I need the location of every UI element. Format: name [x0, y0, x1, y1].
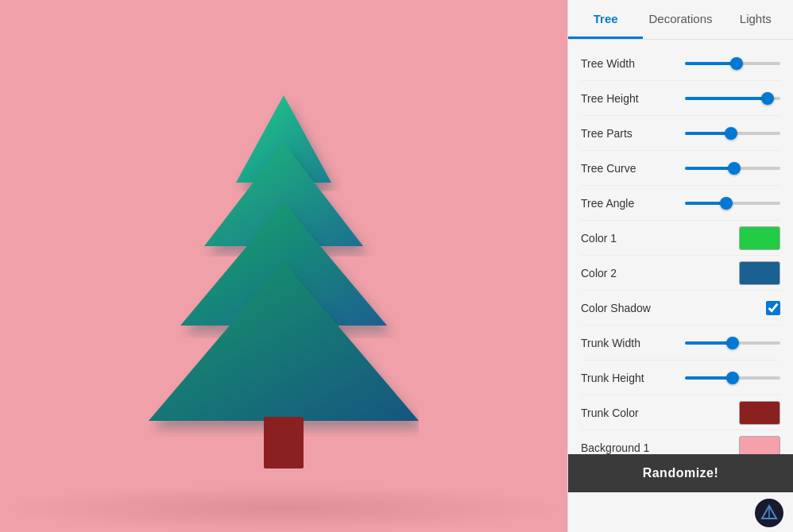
slider-tree-angle[interactable]: [685, 202, 780, 205]
control-color1: Color 1: [581, 221, 780, 256]
label-tree-parts: Tree Parts: [581, 127, 684, 140]
control-trunk-color: Trunk Color: [581, 395, 780, 430]
control-color-shadow: Color Shadow: [581, 291, 780, 326]
randomize-button[interactable]: Randomize!: [568, 454, 793, 492]
slider-tree-curve[interactable]: [685, 167, 780, 170]
tree-trunk: [264, 417, 304, 468]
bottom-logo-area: [568, 492, 793, 532]
slider-tree-parts[interactable]: [685, 132, 780, 135]
control-tree-height: Tree Height: [581, 81, 780, 116]
tab-decorations[interactable]: Decorations: [643, 0, 718, 39]
label-background1: Background 1: [581, 441, 684, 454]
control-trunk-height: Trunk Height: [581, 360, 780, 395]
label-tree-angle: Tree Angle: [581, 197, 684, 210]
tabs-bar: Tree Decorations Lights: [568, 0, 793, 40]
swatch-trunk-color[interactable]: [739, 401, 780, 425]
slider-trunk-height[interactable]: [685, 376, 780, 380]
app-logo-icon: [755, 499, 783, 527]
controls-panel: Tree Width Tree Height Tree Parts Tree C…: [568, 40, 793, 454]
slider-tree-height[interactable]: [685, 97, 780, 100]
control-tree-width: Tree Width: [581, 46, 780, 81]
label-trunk-color: Trunk Color: [581, 407, 684, 419]
tab-tree[interactable]: Tree: [568, 0, 643, 39]
swatch-color1[interactable]: [739, 226, 780, 250]
panel: Tree Decorations Lights Tree Width Tree …: [567, 0, 793, 532]
slider-trunk-width[interactable]: [685, 341, 780, 345]
swatch-background1[interactable]: [739, 436, 780, 455]
tree-layer-4: [149, 262, 419, 421]
logo-svg: [760, 504, 778, 522]
control-tree-angle: Tree Angle: [581, 186, 780, 221]
label-tree-curve: Tree Curve: [581, 162, 684, 175]
control-tree-curve: Tree Curve: [581, 151, 780, 186]
slider-tree-width[interactable]: [685, 62, 780, 65]
label-trunk-width: Trunk Width: [581, 337, 684, 349]
label-color-shadow: Color Shadow: [581, 302, 684, 314]
swatch-color2[interactable]: [739, 261, 780, 285]
label-trunk-height: Trunk Height: [581, 372, 684, 384]
control-background1: Background 1: [581, 430, 780, 454]
label-color1: Color 1: [581, 232, 684, 245]
control-color2: Color 2: [581, 256, 780, 291]
label-color2: Color 2: [581, 267, 684, 279]
tree-svg: [149, 87, 419, 468]
label-tree-width: Tree Width: [581, 57, 684, 70]
control-tree-parts: Tree Parts: [581, 116, 780, 151]
tab-lights[interactable]: Lights: [718, 0, 793, 39]
canvas-area: [0, 0, 567, 532]
tree-container: [149, 87, 419, 468]
control-trunk-width: Trunk Width: [581, 326, 780, 360]
label-tree-height: Tree Height: [581, 92, 684, 105]
checkbox-color-shadow[interactable]: [766, 301, 780, 315]
